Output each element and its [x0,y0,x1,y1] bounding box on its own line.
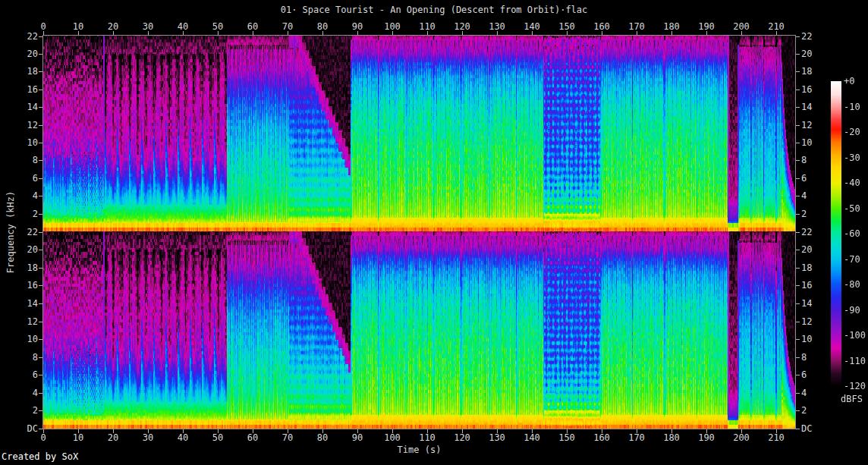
y-tick-mark-left [39,303,42,304]
y-tick-mark-left [39,196,42,196]
y-tick-mark-right [796,160,800,161]
y-tick-mark-left [39,214,42,215]
y-tick-label-left: 14 [14,102,38,112]
x-tick-label-top: 180 [663,21,680,32]
y-tick-label-left: 20 [14,244,38,255]
x-tick-label-top: 20 [108,21,118,32]
x-tick-label-bottom: 130 [489,432,505,443]
x-tick-label-bottom: 30 [143,432,153,443]
y-tick-mark-left [39,71,42,72]
y-tick-mark-right [796,303,800,304]
spectrogram-plot-area [42,35,796,429]
x-tick-label-bottom: 200 [733,432,750,443]
y-tick-label-left: 8 [14,352,38,363]
y-tick-label-left: 18 [14,66,38,77]
x-tick-label-bottom: 210 [768,432,785,443]
colorbar-gradient [831,81,841,386]
x-tick-label-bottom: 20 [108,432,118,443]
y-tick-label-left: 18 [14,262,38,273]
y-tick-mark-right [796,54,800,55]
y-tick-label-right: 18 [801,262,812,273]
y-tick-mark-right [796,268,800,269]
y-tick-mark-left [39,268,42,269]
y-tick-mark-right [796,36,800,37]
chart-title: 01· Space Tourist - An Opening (Descent … [0,5,868,15]
x-tick-label-top: 150 [558,21,575,32]
x-tick-label-top: 50 [212,21,223,32]
x-tick-label-bottom: 150 [558,432,575,443]
colorbar-unit-label: dBFS [841,394,863,404]
x-tick-label-bottom: 180 [663,432,680,443]
y-tick-mark-left [39,322,42,322]
spectrogram-channel-right [43,231,795,429]
y-tick-label-right: 14 [801,102,812,112]
x-axis-label: Time (s) [42,445,796,455]
x-tick-label-top: 10 [73,21,83,32]
y-tick-label-left: 10 [14,137,38,148]
spectrogram-channel-left [43,36,795,231]
y-tick-mark-right [796,357,800,358]
y-tick-label-right: 20 [801,49,812,59]
colorbar-tick-label: +0 [844,76,854,86]
colorbar-tick-label: -110 [844,356,866,366]
y-tick-label-left: 10 [14,334,38,344]
y-tick-mark-right [796,90,800,90]
x-tick-label-top: 170 [628,21,645,32]
y-tick-mark-left [39,160,42,161]
x-tick-label-top: 130 [489,21,505,32]
colorbar-tick-label: -120 [844,381,866,391]
sox-credit: Created by SoX [2,451,78,462]
x-tick-label-bottom: 120 [454,432,470,443]
y-tick-mark-left [39,410,42,411]
y-tick-label-right: 10 [801,137,812,148]
y-tick-label-left: 2 [14,209,38,219]
y-tick-label-right: 2 [801,405,807,416]
y-tick-mark-right [796,125,800,126]
y-tick-mark-right [796,375,800,375]
x-tick-label-bottom: 170 [628,432,645,443]
y-tick-label-right: 4 [801,190,807,201]
x-tick-label-bottom: 40 [178,432,188,443]
y-tick-label-right: 6 [801,173,807,184]
x-tick-label-bottom: 160 [593,432,610,443]
y-tick-label-right: 22 [801,227,812,237]
y-tick-mark-right [796,214,800,215]
y-tick-mark-left [39,125,42,126]
x-tick-label-top: 140 [524,21,540,32]
y-tick-mark-left [39,232,42,233]
colorbar-tick-label: -30 [844,152,860,163]
y-tick-label-left: 16 [14,280,38,291]
x-tick-label-bottom: 100 [384,432,401,443]
y-tick-mark-left [39,143,42,143]
x-tick-label-bottom: 60 [247,432,258,443]
y-tick-label-right: 10 [801,334,812,344]
y-tick-mark-left [39,178,42,179]
y-tick-label-right: 4 [801,388,807,398]
y-tick-mark-right [796,143,800,143]
y-tick-label-right: 6 [801,369,807,380]
x-tick-label-bottom: 0 [40,432,46,443]
y-tick-label-right: 12 [801,316,812,327]
y-tick-mark-right [796,410,800,411]
x-tick-label-top: 0 [40,21,46,32]
x-tick-label-top: 200 [733,21,750,32]
x-tick-label-top: 40 [178,21,188,32]
y-tick-label-right-dc: DC [801,423,812,434]
y-tick-label-left-dc: DC [14,423,38,434]
y-tick-label-left: 12 [14,120,38,130]
x-tick-label-bottom: 110 [419,432,436,443]
y-tick-mark-right [796,285,800,286]
y-tick-mark-right [796,196,800,196]
x-tick-label-top: 110 [419,21,436,32]
y-tick-label-left: 6 [14,173,38,184]
colorbar-tick-label: -90 [844,305,860,316]
y-tick-label-left: 22 [14,31,38,42]
y-tick-mark-right [796,250,800,250]
y-tick-mark-left [39,357,42,358]
y-tick-mark-right [796,71,800,72]
colorbar-tick-label: -50 [844,203,860,214]
y-tick-label-left: 8 [14,155,38,165]
y-tick-mark-right [796,178,800,179]
y-tick-mark-left-dc [39,429,42,429]
y-tick-mark-right-dc [796,429,800,429]
